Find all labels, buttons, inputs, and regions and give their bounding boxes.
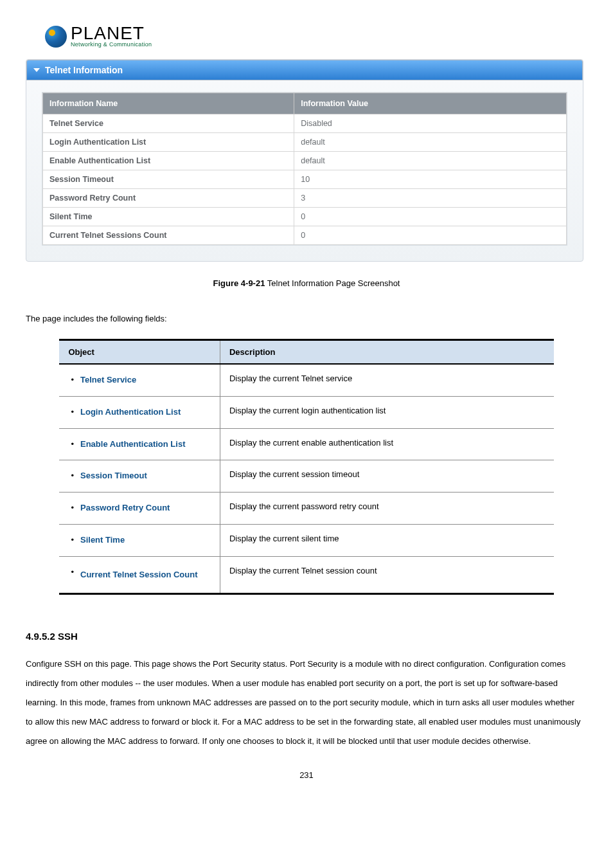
- panel-title: Telnet Information: [45, 65, 123, 75]
- object-label: Telnet Service: [80, 374, 136, 387]
- row-name: Session Timeout: [43, 170, 294, 189]
- description-table: Object Description •Telnet Service Displ…: [59, 339, 553, 595]
- bullet-icon: •: [68, 438, 74, 451]
- table-row: Login Authentication Listdefault: [43, 133, 567, 152]
- table-row: Silent Time0: [43, 208, 567, 226]
- table-row: •Telnet Service Display the current Teln…: [59, 364, 553, 396]
- table-row: Session Timeout10: [43, 170, 567, 189]
- object-desc: Display the current Telnet session count: [220, 556, 553, 594]
- table-row: •Silent Time Display the current silent …: [59, 524, 553, 556]
- intro-text: The page includes the following fields:: [26, 314, 587, 323]
- row-value: 0: [294, 226, 567, 245]
- row-name: Current Telnet Sessions Count: [43, 226, 294, 245]
- object-label: Login Authentication List: [80, 406, 181, 419]
- table-row: •Login Authentication List Display the c…: [59, 396, 553, 428]
- object-desc: Display the current password retry count: [220, 493, 553, 525]
- figure-caption: Figure 4-9-21 Telnet Information Page Sc…: [26, 278, 587, 288]
- row-name: Silent Time: [43, 208, 294, 226]
- col-header-value: Information Value: [294, 93, 567, 114]
- row-value: default: [294, 152, 567, 170]
- row-value: 0: [294, 208, 567, 226]
- object-desc: Display the current silent time: [220, 524, 553, 556]
- bullet-icon: •: [68, 566, 74, 579]
- brand-logo: PLANET Networking & Communication: [45, 26, 587, 48]
- row-value: 3: [294, 189, 567, 208]
- row-name: Password Retry Count: [43, 189, 294, 208]
- table-row: •Password Retry Count Display the curren…: [59, 493, 553, 525]
- table-row: •Session Timeout Display the current ses…: [59, 460, 553, 493]
- row-name: Login Authentication List: [43, 133, 294, 152]
- object-label: Enable Authentication List: [80, 438, 185, 451]
- row-value: 10: [294, 170, 567, 189]
- object-desc: Display the current enable authenticatio…: [220, 428, 553, 460]
- figure-text: Telnet Information Page Screenshot: [265, 278, 400, 288]
- bullet-icon: •: [68, 469, 74, 483]
- table-row: Current Telnet Sessions Count0: [43, 226, 567, 245]
- table-row: •Enable Authentication List Display the …: [59, 428, 553, 460]
- figure-number: Figure 4-9-21: [213, 278, 265, 288]
- section-paragraph: Configure SSH on this page. This page sh…: [26, 655, 583, 750]
- logo-tagline: Networking & Communication: [71, 41, 152, 48]
- page-number: 231: [26, 770, 587, 780]
- col-header-description: Description: [220, 340, 553, 365]
- object-desc: Display the current Telnet service: [220, 364, 553, 396]
- col-header-name: Information Name: [43, 93, 294, 114]
- planet-globe-icon: [45, 26, 67, 48]
- row-name: Telnet Service: [43, 114, 294, 133]
- table-row: Enable Authentication Listdefault: [43, 152, 567, 170]
- object-label: Current Telnet Session Count: [80, 566, 198, 584]
- object-desc: Display the current session timeout: [220, 460, 553, 493]
- telnet-info-panel: Telnet Information Information Name Info…: [26, 59, 583, 262]
- object-label: Password Retry Count: [80, 502, 170, 515]
- bullet-icon: •: [68, 374, 74, 387]
- panel-header[interactable]: Telnet Information: [26, 60, 583, 80]
- table-row: Password Retry Count3: [43, 189, 567, 208]
- info-table: Information Name Information Value Telne…: [42, 93, 567, 245]
- section-heading: 4.9.5.2 SSH: [26, 631, 587, 642]
- object-label: Silent Time: [80, 534, 125, 547]
- bullet-icon: •: [68, 502, 74, 515]
- chevron-down-icon: [33, 68, 40, 72]
- bullet-icon: •: [68, 534, 74, 547]
- table-row: Telnet ServiceDisabled: [43, 114, 567, 133]
- row-value: default: [294, 133, 567, 152]
- object-desc: Display the current login authentication…: [220, 396, 553, 428]
- col-header-object: Object: [59, 340, 220, 365]
- logo-word: PLANET: [71, 26, 152, 41]
- object-label: Session Timeout: [80, 469, 147, 483]
- row-value: Disabled: [294, 114, 567, 133]
- bullet-icon: •: [68, 406, 74, 419]
- row-name: Enable Authentication List: [43, 152, 294, 170]
- table-row: •Current Telnet Session Count Display th…: [59, 556, 553, 594]
